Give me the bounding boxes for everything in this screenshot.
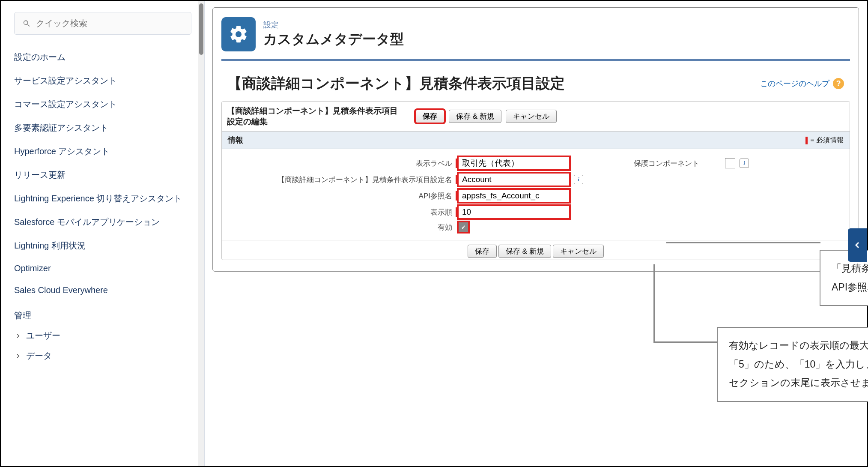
callout-connector	[666, 242, 820, 243]
label-display-label: 表示ラベル	[416, 159, 452, 168]
cancel-button-bottom[interactable]: キャンセル	[553, 245, 604, 258]
section-label: 情報	[228, 135, 243, 145]
callout-connector	[653, 264, 655, 341]
input-display-order[interactable]	[458, 206, 570, 219]
sidebar-item-release-updates[interactable]: リリース更新	[14, 163, 191, 187]
save-and-new-button[interactable]: 保存 & 新規	[449, 110, 501, 123]
chevron-right-icon	[14, 332, 22, 340]
label-display-order: 表示順	[430, 208, 452, 216]
sidebar-item-lightning-usage[interactable]: Lightning 利用状況	[14, 234, 191, 257]
page-help-link[interactable]: このページのヘルプ ?	[760, 78, 844, 89]
callout-connector	[653, 341, 718, 343]
callout-text: 有効なレコードの表示順の最大値が	[729, 336, 868, 355]
page-header: 設定 カスタムメタデータ型	[221, 14, 850, 61]
sidebar-item-data[interactable]: データ	[14, 346, 191, 366]
sidebar-item-label: ユーザー	[26, 330, 60, 341]
sidebar-item-users[interactable]: ユーザー	[14, 326, 191, 346]
sidebar-item-mfa-assistant[interactable]: 多要素認証アシスタント	[14, 116, 191, 140]
sidebar-item-label: データ	[26, 350, 52, 362]
chevron-left-icon	[852, 240, 862, 250]
edit-panel: 【商談詳細コンポーネント】見積条件表示項目設定の編集 保存 保存 & 新規 キャ…	[221, 101, 850, 260]
right-edge-tab[interactable]	[848, 228, 867, 262]
panel-title: 【商談詳細コンポーネント】見積条件表示項目設定の編集	[227, 106, 398, 127]
input-api-name[interactable]	[458, 189, 570, 202]
sidebar-item-sales-cloud-everywhere[interactable]: Sales Cloud Everywhere	[14, 279, 191, 301]
sidebar-item-optimizer[interactable]: Optimizer	[14, 257, 191, 279]
label-api-name: API参照名	[419, 192, 452, 200]
sidebar-item-commerce-assistant[interactable]: コマース設定アシスタント	[14, 93, 191, 116]
sidebar-item-hyperforce-assistant[interactable]: Hyperforce アシスタント	[14, 140, 191, 163]
main-content: 設定 カスタムメタデータ型 【商談詳細コンポーネント】見積条件表示項目設定 この…	[205, 1, 867, 466]
save-button[interactable]: 保存	[415, 110, 444, 123]
callout-display-order: 有効なレコードの表示順の最大値が 「5」のため、「10」を入力し、 セクションの…	[717, 327, 868, 402]
sidebar-item-lex-switch-assistant[interactable]: Lightning Experience 切り替えアシスタント	[14, 187, 191, 210]
header-breadcrumb: 設定	[263, 20, 404, 30]
quick-find-input[interactable]	[36, 18, 183, 28]
input-setting-name[interactable]	[458, 173, 570, 186]
checkbox-active[interactable]: ✓	[458, 222, 468, 232]
page-title: 【商談詳細コンポーネント】見積条件表示項目設定	[227, 74, 565, 93]
info-icon[interactable]: i	[574, 175, 583, 184]
callout-text: 「見積条件」にある「取引先名」の	[832, 259, 868, 278]
input-display-label[interactable]	[458, 157, 570, 170]
setup-gear-badge	[221, 17, 256, 51]
setup-sidebar: 設定のホーム サービス設定アシスタント コマース設定アシスタント 多要素認証アシ…	[1, 1, 205, 466]
save-and-new-button-bottom[interactable]: 保存 & 新規	[498, 245, 551, 258]
sidebar-scrollbar[interactable]	[198, 1, 204, 466]
gear-icon	[228, 24, 249, 45]
search-icon	[22, 19, 31, 28]
sidebar-item-service-assistant[interactable]: サービス設定アシスタント	[14, 69, 191, 93]
label-setting-name: 【商談詳細コンポーネント】見積条件表示項目設定名	[277, 176, 452, 184]
help-icon: ?	[833, 78, 844, 89]
label-protected-component: 保護コンポーネント	[634, 159, 699, 168]
cancel-button[interactable]: キャンセル	[506, 110, 557, 123]
required-legend: = 必須情報	[805, 136, 844, 145]
quick-find[interactable]	[14, 12, 191, 35]
scrollbar-thumb[interactable]	[199, 3, 203, 55]
info-icon[interactable]: i	[740, 159, 749, 168]
callout-text: セクションの末尾に表示させます。	[729, 374, 868, 392]
checkbox-protected-component[interactable]	[725, 158, 735, 168]
label-active: 有効	[438, 223, 452, 231]
header-title: カスタムメタデータ型	[263, 30, 404, 49]
save-button-bottom[interactable]: 保存	[468, 245, 497, 258]
sidebar-item-setup-home[interactable]: 設定のホーム	[14, 45, 191, 69]
callout-text: API参照名を入力します。	[832, 278, 868, 297]
callout-text: 「5」のため、「10」を入力し、	[729, 355, 868, 374]
chevron-right-icon	[14, 352, 22, 360]
sidebar-section-admin: 管理	[14, 301, 191, 326]
help-link-label: このページのヘルプ	[760, 78, 829, 89]
sidebar-item-mobile-app[interactable]: Salesforce モバイルアプリケーション	[14, 210, 191, 234]
